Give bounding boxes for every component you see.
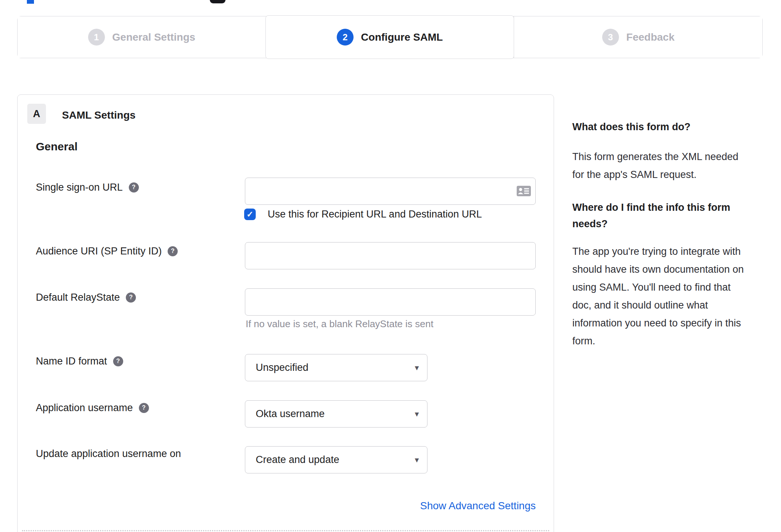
page-title-fragment-blue bbox=[27, 0, 34, 4]
audience-uri-input[interactable] bbox=[245, 242, 536, 269]
help-icon[interactable]: ? bbox=[113, 356, 123, 366]
help-sidebar: What does this form do? This form genera… bbox=[572, 119, 761, 366]
sidebar-answer-1-line: for the app's SAML request. bbox=[572, 166, 761, 184]
chevron-down-icon: ▾ bbox=[415, 455, 419, 465]
section-letter-badge: A bbox=[27, 104, 46, 124]
wizard-stepper: 1 General Settings 2 Configure SAML 3 Fe… bbox=[17, 16, 763, 58]
help-icon[interactable]: ? bbox=[139, 403, 149, 413]
checkmark-icon: ✓ bbox=[246, 210, 253, 219]
sidebar-question-2: Where do I find the info this form needs… bbox=[572, 199, 761, 232]
sidebar-answer-2-line: information you need to specify in this bbox=[572, 314, 761, 332]
page-title-fragment-dark bbox=[210, 0, 225, 3]
name-id-format-label-text: Name ID format bbox=[36, 355, 107, 367]
sidebar-answer-2-line: The app you're trying to integrate with bbox=[572, 242, 761, 260]
name-id-format-label: Name ID format ? bbox=[36, 355, 123, 367]
relaystate-helper-text: If no value is set, a blank RelayState i… bbox=[246, 318, 433, 330]
saml-settings-card: A SAML Settings General Single sign-on U… bbox=[17, 94, 554, 532]
sidebar-answer-2-line: using SAML. You'll need to find that bbox=[572, 278, 761, 296]
audience-uri-label: Audience URI (SP Entity ID) ? bbox=[36, 245, 178, 257]
update-username-select[interactable]: Create and update ▾ bbox=[245, 446, 427, 473]
sidebar-answer-2-line: form. bbox=[572, 332, 761, 350]
recipient-url-checkbox-label: Use this for Recipient URL and Destinati… bbox=[268, 209, 482, 220]
application-username-label-text: Application username bbox=[36, 401, 133, 414]
sso-url-label-text: Single sign-on URL bbox=[36, 181, 123, 194]
application-username-value: Okta username bbox=[256, 408, 325, 420]
step-number-badge: 2 bbox=[337, 29, 354, 46]
step-feedback: 3 Feedback bbox=[514, 16, 762, 58]
contact-card-icon bbox=[517, 186, 531, 196]
step-number-badge: 1 bbox=[88, 29, 105, 46]
show-advanced-settings-link[interactable]: Show Advanced Settings bbox=[420, 500, 536, 512]
default-relaystate-label: Default RelayState ? bbox=[36, 291, 136, 304]
name-id-format-value: Unspecified bbox=[256, 362, 308, 373]
general-group-heading: General bbox=[36, 140, 78, 153]
step-label: Configure SAML bbox=[361, 31, 443, 43]
help-icon[interactable]: ? bbox=[168, 246, 178, 256]
section-dotted-divider bbox=[22, 530, 549, 531]
help-icon[interactable]: ? bbox=[126, 292, 136, 303]
step-general-settings: 1 General Settings bbox=[18, 16, 266, 58]
update-username-label: Update application username on bbox=[36, 447, 181, 460]
sso-url-label: Single sign-on URL ? bbox=[36, 181, 139, 194]
step-number-badge: 3 bbox=[602, 29, 619, 46]
step-configure-saml: 2 Configure SAML bbox=[265, 15, 514, 59]
chevron-down-icon: ▾ bbox=[415, 409, 419, 419]
update-username-label-text: Update application username on bbox=[36, 447, 181, 460]
sidebar-answer-1: This form generates the XML needed for t… bbox=[572, 148, 761, 184]
section-title: SAML Settings bbox=[62, 109, 136, 121]
step-label: General Settings bbox=[112, 31, 196, 43]
help-icon[interactable]: ? bbox=[129, 182, 139, 193]
sidebar-answer-2-line: should have its own documentation on bbox=[572, 260, 761, 278]
sidebar-answer-2: The app you're trying to integrate with … bbox=[572, 242, 761, 350]
application-username-select[interactable]: Okta username ▾ bbox=[245, 400, 427, 428]
sidebar-question-2-line: Where do I find the info this form bbox=[572, 199, 761, 216]
sidebar-question-1: What does this form do? bbox=[572, 119, 761, 135]
default-relaystate-label-text: Default RelayState bbox=[36, 291, 120, 304]
name-id-format-select[interactable]: Unspecified ▾ bbox=[245, 354, 427, 381]
step-label: Feedback bbox=[626, 31, 675, 43]
sso-url-input[interactable] bbox=[245, 178, 536, 205]
chevron-down-icon: ▾ bbox=[415, 363, 419, 373]
sidebar-answer-1-line: This form generates the XML needed bbox=[572, 148, 761, 166]
sidebar-answer-2-line: doc, and it should outline what bbox=[572, 296, 761, 314]
update-username-value: Create and update bbox=[256, 454, 339, 466]
audience-uri-label-text: Audience URI (SP Entity ID) bbox=[36, 245, 162, 257]
recipient-url-checkbox[interactable]: ✓ bbox=[244, 209, 256, 220]
default-relaystate-input[interactable] bbox=[245, 288, 536, 316]
application-username-label: Application username ? bbox=[36, 401, 149, 414]
sso-recipient-checkbox-row: ✓ Use this for Recipient URL and Destina… bbox=[244, 209, 482, 220]
sidebar-question-2-line: needs? bbox=[572, 216, 761, 232]
